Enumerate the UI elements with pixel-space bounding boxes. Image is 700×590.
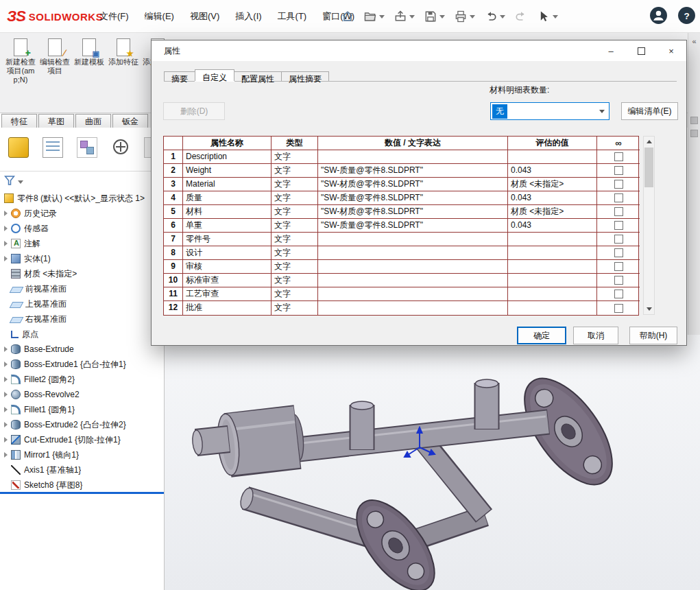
expand-arrow-icon[interactable] bbox=[4, 346, 8, 352]
cell-property-name[interactable]: 工艺审查 bbox=[183, 287, 271, 301]
dialog-tab-0[interactable]: 摘要 bbox=[164, 71, 195, 81]
cancel-button[interactable]: 取消 bbox=[573, 327, 618, 344]
link-checkbox[interactable] bbox=[614, 248, 623, 257]
configurationmanager-tab-icon[interactable] bbox=[77, 137, 97, 158]
cell-property-name[interactable]: 零件号 bbox=[183, 233, 271, 246]
ribbon-button-2[interactable]: 新建模板 bbox=[73, 37, 106, 67]
help-button[interactable]: 帮助(H) bbox=[629, 327, 677, 344]
cell-type[interactable]: 文字 bbox=[271, 219, 318, 233]
chevron-down-icon[interactable] bbox=[379, 15, 385, 19]
cell-type[interactable]: 文字 bbox=[271, 246, 318, 260]
cell-expression[interactable] bbox=[318, 233, 508, 246]
cell-type[interactable]: 文字 bbox=[271, 164, 318, 178]
pin-icon[interactable] bbox=[319, 10, 332, 23]
table-scrollbar[interactable] bbox=[643, 136, 655, 315]
cell-property-name[interactable]: Material bbox=[183, 178, 271, 191]
link-checkbox[interactable] bbox=[614, 290, 623, 298]
ribbon-button-3[interactable]: 添加特征 bbox=[107, 37, 140, 67]
tree-item[interactable]: 前视基准面 bbox=[0, 281, 165, 296]
link-checkbox[interactable] bbox=[614, 221, 623, 230]
edit-list-button[interactable]: 编辑清单(E) bbox=[621, 102, 678, 120]
scrollbar-thumb[interactable] bbox=[644, 148, 653, 187]
tree-item[interactable]: Boss-Extrude2 {凸台-拉伸2} bbox=[0, 417, 165, 432]
cell-evaluated[interactable]: 材质 <未指定> bbox=[508, 205, 597, 219]
dialog-tab-1[interactable]: 自定义 bbox=[195, 69, 234, 81]
minimize-icon[interactable]: – bbox=[596, 40, 626, 61]
tree-item[interactable]: Mirror1 {镜向1} bbox=[0, 447, 165, 462]
chevron-down-icon[interactable] bbox=[470, 15, 475, 19]
cell-expression[interactable] bbox=[318, 246, 508, 260]
cell-evaluated[interactable] bbox=[508, 233, 597, 246]
bom-quantity-select[interactable]: 无 bbox=[490, 102, 610, 120]
tree-item[interactable]: Base-Extrude bbox=[0, 342, 165, 357]
tree-root[interactable]: 零件8 (默认) <<默认>_显示状态 1> bbox=[0, 191, 165, 206]
commandmanager-tab-3[interactable]: 钣金 bbox=[112, 114, 148, 128]
commandmanager-tab-0[interactable]: 特征 bbox=[1, 114, 37, 128]
cell-type[interactable]: 文字 bbox=[271, 287, 318, 301]
expand-arrow-icon[interactable] bbox=[4, 407, 8, 412]
tree-item[interactable]: 实体(1) bbox=[0, 251, 165, 266]
cell-evaluated[interactable] bbox=[508, 246, 597, 260]
cell-evaluated[interactable]: 0.043 bbox=[508, 219, 597, 233]
task-pane-icon-1[interactable] bbox=[690, 117, 698, 124]
cell-property-name[interactable]: Weight bbox=[183, 164, 271, 178]
commandmanager-tab-1[interactable]: 草图 bbox=[38, 114, 74, 128]
cell-evaluated[interactable]: 0.043 bbox=[508, 164, 597, 178]
chevron-down-icon[interactable] bbox=[439, 15, 445, 19]
cell-type[interactable]: 文字 bbox=[271, 205, 318, 219]
tree-item[interactable]: Sketch8 {草图8} bbox=[0, 477, 165, 493]
cell-type[interactable]: 文字 bbox=[271, 274, 318, 287]
cell-property-name[interactable]: 审核 bbox=[183, 260, 271, 274]
link-checkbox[interactable] bbox=[614, 207, 623, 216]
cell-property-name[interactable]: Description bbox=[183, 150, 271, 164]
chevron-down-icon[interactable] bbox=[409, 15, 415, 19]
link-checkbox[interactable] bbox=[614, 152, 623, 161]
cell-expression[interactable]: "SW-材质@零件8.SLDPRT" bbox=[318, 205, 508, 219]
filter-funnel-icon[interactable] bbox=[4, 175, 15, 189]
expand-arrow-icon[interactable] bbox=[4, 437, 8, 442]
maximize-icon[interactable] bbox=[626, 40, 656, 61]
cell-expression[interactable] bbox=[318, 301, 508, 315]
delete-button[interactable]: 删除(D) bbox=[163, 102, 225, 120]
cell-evaluated[interactable] bbox=[508, 301, 597, 315]
tree-item[interactable]: 材质 <未指定> bbox=[0, 266, 165, 281]
cell-expression[interactable] bbox=[318, 274, 508, 287]
row-number[interactable]: 4 bbox=[164, 191, 183, 205]
menu-item-0[interactable]: 文件(F) bbox=[97, 8, 131, 25]
link-checkbox[interactable] bbox=[614, 166, 623, 175]
row-number[interactable]: 6 bbox=[164, 219, 183, 233]
cell-property-name[interactable]: 单重 bbox=[183, 219, 271, 233]
dialog-tab-3[interactable]: 属性摘要 bbox=[281, 71, 329, 81]
expand-arrow-icon[interactable] bbox=[4, 377, 8, 382]
menu-item-2[interactable]: 视图(V) bbox=[188, 8, 221, 25]
cell-evaluated[interactable]: 材质 <未指定> bbox=[508, 178, 597, 191]
rollback-bar[interactable] bbox=[0, 492, 164, 494]
expand-arrow-icon[interactable] bbox=[4, 452, 8, 458]
cell-evaluated[interactable] bbox=[508, 150, 597, 164]
cell-expression[interactable]: "SW-质量@零件8.SLDPRT" bbox=[318, 191, 508, 205]
tree-item[interactable]: 原点 bbox=[0, 327, 165, 342]
menu-item-1[interactable]: 编辑(E) bbox=[143, 8, 176, 25]
cell-expression[interactable]: "SW-质量@零件8.SLDPRT" bbox=[318, 164, 508, 178]
tree-item[interactable]: Fillet1 {圆角1} bbox=[0, 402, 165, 417]
cell-evaluated[interactable] bbox=[508, 274, 597, 287]
print-icon[interactable] bbox=[454, 10, 475, 23]
cell-property-name[interactable]: 材料 bbox=[183, 205, 271, 219]
redo-icon[interactable] bbox=[514, 10, 528, 23]
cell-property-name[interactable]: 批准 bbox=[183, 301, 271, 315]
collapse-panel-icon[interactable]: « bbox=[688, 37, 700, 45]
help-icon[interactable]: ? bbox=[677, 6, 696, 27]
link-checkbox[interactable] bbox=[614, 180, 623, 189]
account-icon[interactable] bbox=[649, 6, 668, 27]
chevron-down-icon[interactable] bbox=[553, 15, 558, 19]
cell-type[interactable]: 文字 bbox=[271, 178, 318, 191]
undo-icon[interactable] bbox=[484, 10, 505, 23]
row-number[interactable]: 1 bbox=[164, 150, 183, 164]
link-checkbox[interactable] bbox=[614, 235, 623, 244]
cell-expression[interactable]: "SW-材质@零件8.SLDPRT" bbox=[318, 178, 508, 191]
expand-arrow-icon[interactable] bbox=[4, 226, 8, 231]
cell-property-name[interactable]: 质量 bbox=[183, 191, 271, 205]
menu-item-4[interactable]: 工具(T) bbox=[276, 8, 309, 25]
cell-evaluated[interactable] bbox=[508, 287, 597, 301]
menu-item-3[interactable]: 插入(I) bbox=[233, 8, 263, 25]
